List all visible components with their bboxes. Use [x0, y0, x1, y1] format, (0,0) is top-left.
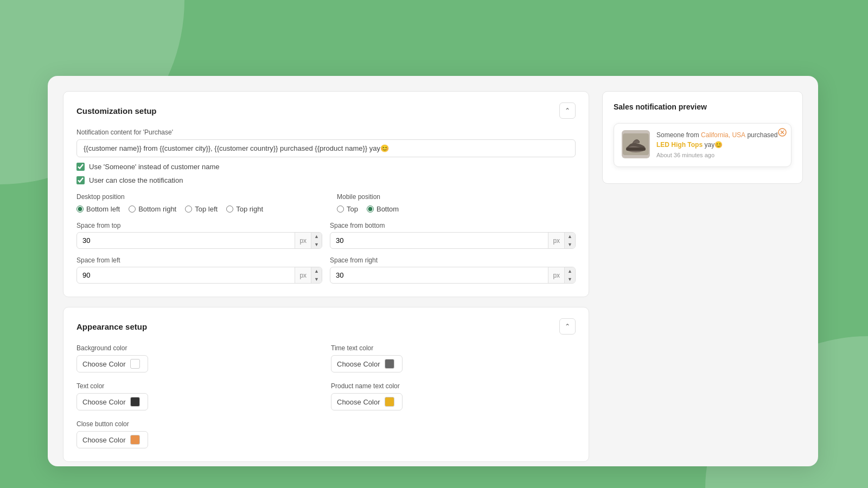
background-color-field: Background color Choose Color: [76, 344, 321, 373]
radio-mobile-top[interactable]: Top: [337, 205, 358, 213]
space-from-left-arrows: ▲ ▼: [311, 267, 322, 283]
preview-card: Sales notification preview Someone from: [602, 91, 803, 184]
close-button-color-btn[interactable]: Choose Color: [76, 431, 148, 448]
space-from-right-unit: px: [548, 267, 564, 283]
space-from-right-field: Space from right px ▲ ▼: [330, 256, 576, 284]
close-button-color-label-text: Choose Color: [82, 436, 126, 444]
checkbox-close-label[interactable]: User can close the notification: [89, 176, 183, 184]
right-panel: Sales notification preview Someone from: [602, 91, 803, 451]
appearance-header: Appearance setup ⌃: [76, 318, 576, 335]
checkbox-someone-label[interactable]: Use 'Someone' instead of customer name: [89, 163, 220, 171]
notification-content-input[interactable]: [76, 139, 576, 157]
radio-top-left[interactable]: Top left: [185, 205, 218, 213]
time-text-color-field: Time text color Choose Color: [331, 344, 576, 373]
time-text-color-label: Time text color: [331, 344, 576, 352]
notif-purchased: purchased: [747, 131, 777, 139]
desktop-position-label: Desktop position: [76, 193, 315, 201]
close-button-color-field: Close button color Choose Color: [76, 420, 321, 448]
radio-bottom-left[interactable]: Bottom left: [76, 205, 120, 213]
space-from-top-unit: px: [295, 233, 311, 248]
time-text-color-swatch: [385, 359, 394, 369]
background-color-btn[interactable]: Choose Color: [76, 355, 148, 373]
checkbox-someone[interactable]: [76, 163, 85, 171]
checkbox-close[interactable]: [76, 176, 85, 184]
notif-product: LED High Tops: [656, 141, 703, 149]
radio-top-right[interactable]: Top right: [226, 205, 263, 213]
space-from-bottom-label: Space from bottom: [330, 222, 576, 229]
product-name-color-btn[interactable]: Choose Color: [331, 393, 403, 410]
notif-someone: Someone: [656, 131, 686, 139]
space-from-left-input-wrap: px ▲ ▼: [76, 267, 322, 284]
customization-header: Customization setup ⌃: [76, 102, 576, 119]
space-from-left-down[interactable]: ▼: [311, 275, 322, 284]
space-from-bottom-down[interactable]: ▼: [565, 241, 575, 249]
space-from-left-input[interactable]: [77, 267, 295, 283]
notif-image: [622, 130, 650, 158]
text-color-label: Text color: [76, 382, 321, 390]
space-from-right-down[interactable]: ▼: [565, 275, 575, 284]
space-from-top-down[interactable]: ▼: [311, 241, 322, 249]
text-color-swatch: [130, 397, 140, 407]
background-color-label-text: Choose Color: [82, 360, 126, 368]
text-color-btn[interactable]: Choose Color: [76, 393, 148, 410]
space-from-right-up[interactable]: ▲: [565, 267, 575, 275]
mobile-position-group: Mobile position Top Bottom: [337, 193, 576, 213]
notif-from: from: [686, 131, 701, 139]
space-from-right-input-wrap: px ▲ ▼: [330, 267, 576, 284]
notification-preview: Someone from California, USA purchased L…: [614, 123, 792, 167]
time-text-color-btn[interactable]: Choose Color: [331, 355, 403, 373]
checkbox-close-row: User can close the notification: [76, 176, 576, 184]
space-from-bottom-input[interactable]: [330, 233, 548, 248]
mobile-radio-group: Top Bottom: [337, 205, 576, 213]
mobile-position-label: Mobile position: [337, 193, 576, 201]
background-color-label: Background color: [76, 344, 321, 352]
svg-rect-2: [626, 147, 646, 151]
appearance-collapse-btn[interactable]: ⌃: [559, 318, 576, 335]
shoe-icon: [623, 133, 649, 155]
product-name-color-label-text: Choose Color: [337, 398, 380, 406]
notif-location: California, USA: [701, 131, 745, 139]
text-color-label-text: Choose Color: [82, 398, 126, 406]
text-color-field: Text color Choose Color: [76, 382, 321, 410]
time-text-color-label-text: Choose Color: [337, 360, 380, 368]
space-from-top-input[interactable]: [77, 233, 295, 248]
space-from-top-up[interactable]: ▲: [311, 233, 322, 241]
customization-section: Customization setup ⌃ Notification conte…: [63, 91, 589, 297]
radio-mobile-bottom[interactable]: Bottom: [367, 205, 399, 213]
space-from-top-arrows: ▲ ▼: [311, 233, 322, 248]
space-from-left-unit: px: [295, 267, 311, 283]
space-from-right-label: Space from right: [330, 256, 576, 264]
space-from-left-field: Space from left px ▲ ▼: [76, 256, 322, 284]
space-from-right-arrows: ▲ ▼: [564, 267, 575, 283]
notif-yay: yay😊: [704, 141, 723, 149]
space-from-bottom-field: Space from bottom px ▲ ▼: [330, 222, 576, 249]
color-grid: Background color Choose Color Time text …: [76, 344, 576, 448]
desktop-radio-group: Bottom left Bottom right Top left Top ri…: [76, 205, 315, 213]
spacing-section: Space from top px ▲ ▼ Space from bottom: [76, 222, 576, 284]
notification-content-label: Notification content for 'Purchase': [76, 129, 576, 136]
space-from-bottom-arrows: ▲ ▼: [564, 233, 575, 248]
appearance-section: Appearance setup ⌃ Background color Choo…: [63, 307, 589, 462]
notif-close-btn[interactable]: [778, 128, 787, 137]
notif-time: About 36 minutes ago: [656, 151, 783, 160]
position-section: Desktop position Bottom left Bottom righ…: [76, 193, 576, 213]
desktop-position-group: Desktop position Bottom left Bottom righ…: [76, 193, 315, 213]
radio-bottom-right[interactable]: Bottom right: [129, 205, 176, 213]
space-from-bottom-up[interactable]: ▲: [565, 233, 575, 241]
space-from-left-up[interactable]: ▲: [311, 267, 322, 275]
space-from-bottom-unit: px: [548, 233, 564, 248]
left-panel: Customization setup ⌃ Notification conte…: [63, 91, 589, 451]
customization-collapse-btn[interactable]: ⌃: [559, 102, 576, 119]
customization-title: Customization setup: [76, 106, 157, 115]
close-button-color-swatch: [130, 435, 140, 445]
background-color-swatch: [130, 359, 140, 369]
space-from-top-input-wrap: px ▲ ▼: [76, 232, 322, 249]
main-card: Customization setup ⌃ Notification conte…: [48, 76, 818, 466]
space-from-left-label: Space from left: [76, 256, 322, 264]
notif-text: Someone from California, USA purchased L…: [656, 130, 783, 160]
space-from-bottom-input-wrap: px ▲ ▼: [330, 232, 576, 249]
close-button-color-label: Close button color: [76, 420, 321, 428]
preview-title: Sales notification preview: [614, 102, 792, 111]
product-name-color-label: Product name text color: [331, 382, 576, 390]
space-from-right-input[interactable]: [330, 267, 548, 283]
